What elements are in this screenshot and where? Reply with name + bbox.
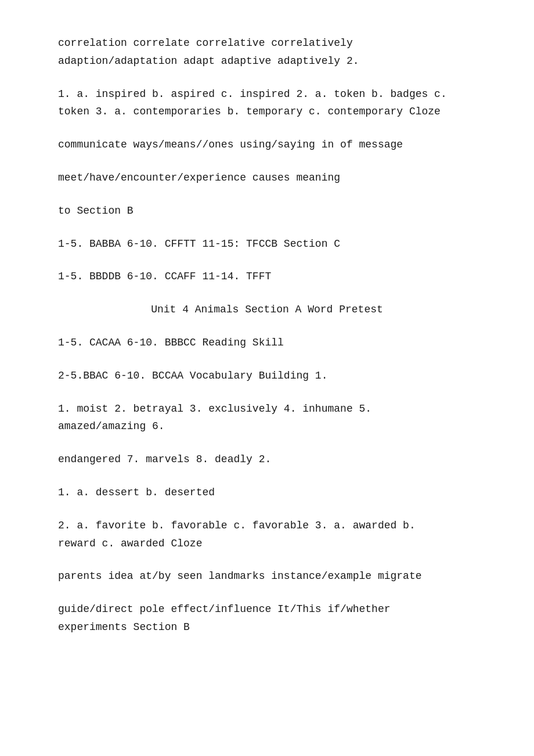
content-block: 1. a. dessert b. deserted bbox=[58, 484, 476, 501]
content-block: to Section B bbox=[58, 203, 476, 219]
content-block: communicate ways/means//ones using/sayin… bbox=[58, 136, 476, 153]
content-line: to Section B bbox=[58, 203, 476, 219]
content-line: 1-5. BABBA 6-10. CFFTT 11-15: TFCCB Sect… bbox=[58, 236, 476, 253]
content-line: correlation correlate correlative correl… bbox=[58, 35, 476, 52]
content-block: 1. moist 2. betrayal 3. exclusively 4. i… bbox=[58, 401, 476, 435]
content-block: guide/direct pole effect/influence It/Th… bbox=[58, 601, 476, 636]
content-line: 2-5.BBAC 6-10. BCCAA Vocabulary Building… bbox=[58, 368, 476, 384]
content-line: guide/direct pole effect/influence It/Th… bbox=[58, 601, 476, 618]
content-line: 1. a. dessert b. deserted bbox=[58, 484, 476, 501]
content-line: amazed/amazing 6. bbox=[58, 418, 476, 435]
content-block: 1-5. BABBA 6-10. CFFTT 11-15: TFCCB Sect… bbox=[58, 236, 476, 253]
content-block: 1-5. BBDDB 6-10. CCAFF 11-14. TFFT bbox=[58, 268, 476, 285]
content-block: parents idea at/by seen landmarks instan… bbox=[58, 568, 476, 585]
content-line: token 3. a. contemporaries b. temporary … bbox=[58, 103, 476, 120]
content-block: meet/have/encounter/experience causes me… bbox=[58, 170, 476, 186]
content-line: Unit 4 Animals Section A Word Pretest bbox=[58, 301, 476, 318]
content-line: reward c. awarded Cloze bbox=[58, 535, 476, 552]
content-block: Unit 4 Animals Section A Word Pretest bbox=[58, 301, 476, 318]
content-block: 2-5.BBAC 6-10. BCCAA Vocabulary Building… bbox=[58, 368, 476, 384]
content-line: 1-5. CACAA 6-10. BBBCC Reading Skill bbox=[58, 334, 476, 351]
content-line: meet/have/encounter/experience causes me… bbox=[58, 170, 476, 186]
content-block: 2. a. favorite b. favorable c. favorable… bbox=[58, 517, 476, 552]
content-line: endangered 7. marvels 8. deadly 2. bbox=[58, 451, 476, 468]
content-line: 1. moist 2. betrayal 3. exclusively 4. i… bbox=[58, 401, 476, 417]
content-line: experiments Section B bbox=[58, 619, 476, 636]
content-line: 1-5. BBDDB 6-10. CCAFF 11-14. TFFT bbox=[58, 268, 476, 285]
page-content: correlation correlate correlative correl… bbox=[58, 35, 476, 636]
content-block: endangered 7. marvels 8. deadly 2. bbox=[58, 451, 476, 468]
content-line: communicate ways/means//ones using/sayin… bbox=[58, 136, 476, 153]
content-block: 1. a. inspired b. aspired c. inspired 2.… bbox=[58, 86, 476, 121]
content-line: adaption/adaptation adapt adaptive adapt… bbox=[58, 53, 476, 70]
content-line: parents idea at/by seen landmarks instan… bbox=[58, 568, 476, 585]
content-block: correlation correlate correlative correl… bbox=[58, 35, 476, 70]
content-line: 1. a. inspired b. aspired c. inspired 2.… bbox=[58, 86, 476, 103]
content-block: 1-5. CACAA 6-10. BBBCC Reading Skill bbox=[58, 334, 476, 351]
content-line: 2. a. favorite b. favorable c. favorable… bbox=[58, 517, 476, 534]
